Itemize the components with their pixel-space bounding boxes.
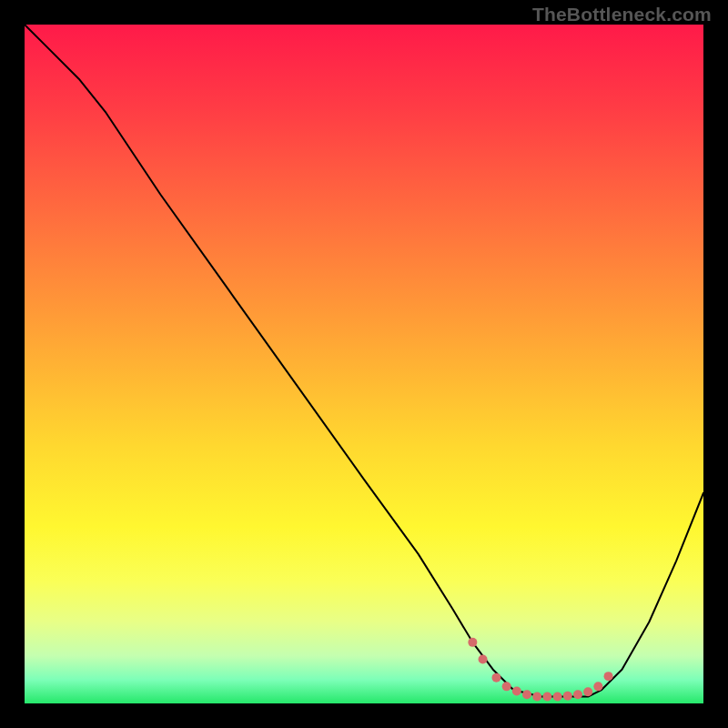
marker-dot [593,682,602,691]
marker-dot [553,693,562,702]
gradient-background [25,25,703,703]
chart-svg [25,25,703,703]
marker-dot [512,687,521,696]
marker-dot [563,692,572,701]
marker-dot [604,672,613,681]
plot-area [25,25,703,703]
marker-dot [573,690,582,699]
chart-root: TheBottleneck.com [0,0,728,728]
marker-dot [479,655,488,664]
marker-dot [522,690,531,699]
marker-dot [502,682,511,691]
marker-dot [542,693,551,702]
watermark-text: TheBottleneck.com [532,4,712,25]
marker-dot [468,638,477,647]
marker-dot [491,673,500,682]
marker-dot [583,687,592,696]
marker-dot [532,693,541,702]
